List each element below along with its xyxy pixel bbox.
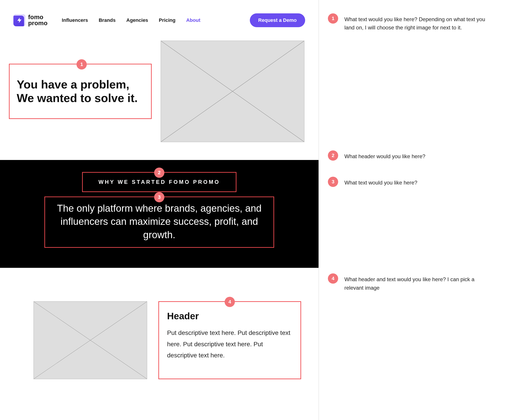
feature-text-annotation-box[interactable]: 4 Header Put descriptive text here. Put … <box>158 301 301 379</box>
why-headline: The only platform where brands, agencies… <box>54 202 265 241</box>
annotation-badge-4[interactable]: 4 <box>225 297 235 307</box>
hero-section: 1 You have a problem,We wanted to solve … <box>0 27 319 160</box>
nav-link-pricing[interactable]: Pricing <box>159 17 176 23</box>
comments-panel: 1 What text would you like here? Dependi… <box>319 0 505 420</box>
comment-text-3: What text would you like here? <box>344 177 417 187</box>
why-eyebrow-annotation-box[interactable]: 2 WHY WE STARTED FOMO PROMO <box>82 172 236 192</box>
feature-image-placeholder <box>33 301 147 379</box>
annotation-badge-3[interactable]: 3 <box>154 192 164 202</box>
comment-text-4: What header and text would you like here… <box>344 273 494 292</box>
brand-logo[interactable]: fomo promo <box>13 14 48 26</box>
annotation-badge-1[interactable]: 1 <box>76 59 87 69</box>
comment-4[interactable]: 4 What header and text would you like he… <box>328 273 494 292</box>
comment-badge-2: 2 <box>328 150 338 161</box>
comment-badge-4: 4 <box>328 273 338 284</box>
comment-badge-1: 1 <box>328 13 338 24</box>
lightning-icon <box>13 14 25 26</box>
nav-links: Influencers Brands Agencies Pricing Abou… <box>62 17 200 23</box>
top-nav: fomo promo Influencers Brands Agencies P… <box>0 0 319 27</box>
why-section: 2 WHY WE STARTED FOMO PROMO 3 The only p… <box>0 160 319 268</box>
why-eyebrow: WHY WE STARTED FOMO PROMO <box>98 179 220 185</box>
comment-2[interactable]: 2 What header would you like here? <box>328 150 494 161</box>
comment-1[interactable]: 1 What text would you like here? Dependi… <box>328 13 494 32</box>
nav-link-agencies[interactable]: Agencies <box>126 17 148 23</box>
feature-body: Put descriptive text here. Put descripti… <box>167 327 292 361</box>
brand-text-line1: fomo <box>28 14 48 20</box>
feature-header: Header <box>167 311 292 321</box>
annotation-badge-2[interactable]: 2 <box>154 167 164 178</box>
nav-link-about[interactable]: About <box>186 17 201 23</box>
comment-text-2: What header would you like here? <box>344 150 425 161</box>
nav-link-influencers[interactable]: Influencers <box>62 17 88 23</box>
brand-text-line2: promo <box>28 20 48 26</box>
hero-headline: You have a problem,We wanted to solve it… <box>17 78 145 105</box>
comment-badge-3: 3 <box>328 177 338 187</box>
hero-image-placeholder <box>161 41 304 142</box>
why-headline-annotation-box[interactable]: 3 The only platform where brands, agenci… <box>44 197 274 248</box>
hero-headline-annotation-box[interactable]: 1 You have a problem,We wanted to solve … <box>9 64 152 119</box>
design-canvas: fomo promo Influencers Brands Agencies P… <box>0 0 319 420</box>
comment-text-1: What text would you like here? Depending… <box>344 13 494 32</box>
nav-link-brands[interactable]: Brands <box>99 17 115 23</box>
comment-3[interactable]: 3 What text would you like here? <box>328 177 494 187</box>
feature-section: 4 Header Put descriptive text here. Put … <box>0 268 319 393</box>
brand-wordmark: fomo promo <box>28 14 48 26</box>
request-demo-button[interactable]: Request a Demo <box>250 13 305 27</box>
